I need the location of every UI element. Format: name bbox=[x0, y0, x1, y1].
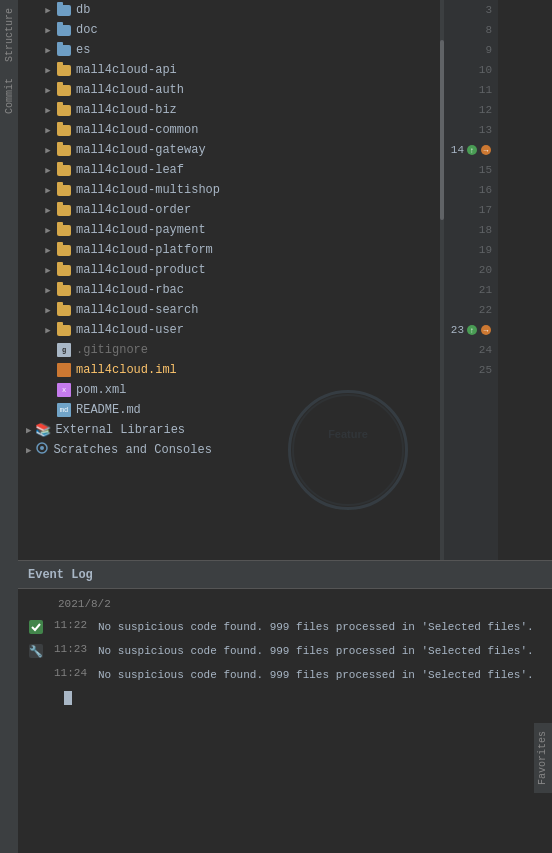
item-label: External Libraries bbox=[55, 423, 185, 437]
chevron-right-icon: ▶ bbox=[42, 24, 54, 36]
list-item[interactable]: md README.md bbox=[18, 400, 444, 420]
item-label: pom.xml bbox=[76, 383, 126, 397]
item-label: mall4cloud-search bbox=[76, 303, 198, 317]
event-log-title: Event Log bbox=[28, 568, 93, 582]
scrollbar-thumb[interactable] bbox=[440, 40, 444, 220]
item-label: mall4cloud-gateway bbox=[76, 143, 206, 157]
list-item[interactable]: ▶ mall4cloud-search bbox=[18, 300, 444, 320]
scrollbar[interactable] bbox=[440, 0, 444, 560]
empty-icon bbox=[26, 665, 46, 685]
list-item[interactable]: ▶ mall4cloud-leaf bbox=[18, 160, 444, 180]
cursor-line bbox=[18, 687, 552, 709]
wrench-icon: 🔧 bbox=[26, 641, 46, 661]
event-entry: 11:24 No suspicious code found. 999 file… bbox=[18, 663, 552, 687]
folder-icon bbox=[56, 22, 72, 38]
list-item[interactable]: ▶ mall4cloud-order bbox=[18, 200, 444, 220]
list-item[interactable]: ▶ mall4cloud-rbac bbox=[18, 280, 444, 300]
gitignore-file-icon: g bbox=[56, 342, 72, 358]
line-number: 13 bbox=[444, 120, 492, 140]
event-date-value: 2021/8/2 bbox=[58, 598, 111, 610]
event-time: 11:24 bbox=[54, 665, 92, 679]
folder-icon bbox=[56, 222, 72, 238]
line-number: 24 bbox=[444, 340, 492, 360]
list-item[interactable]: ▶ mall4cloud-payment bbox=[18, 220, 444, 240]
chevron-right-icon: ▶ bbox=[42, 84, 54, 96]
folder-icon bbox=[56, 162, 72, 178]
item-label: mall4cloud-order bbox=[76, 203, 191, 217]
list-item[interactable]: ▶ mall4cloud-platform bbox=[18, 240, 444, 260]
list-item[interactable]: mall4cloud.iml bbox=[18, 360, 444, 380]
item-label: mall4cloud-payment bbox=[76, 223, 206, 237]
svg-text:→: → bbox=[484, 146, 489, 155]
item-label: .gitignore bbox=[76, 343, 148, 357]
left-sidebar: Structure Commit bbox=[0, 0, 18, 853]
line-number: 3 bbox=[444, 0, 492, 20]
line-number: 23 ↑ → bbox=[444, 320, 492, 340]
structure-tab[interactable]: Structure bbox=[2, 0, 17, 70]
line-number: 9 bbox=[444, 40, 492, 60]
library-icon: 📚 bbox=[35, 422, 51, 438]
chevron-right-icon: ▶ bbox=[42, 284, 54, 296]
chevron-right-icon: ▶ bbox=[42, 164, 54, 176]
line-number: 16 bbox=[444, 180, 492, 200]
folder-icon bbox=[56, 2, 72, 18]
list-item[interactable]: g .gitignore bbox=[18, 340, 444, 360]
spacer-icon bbox=[42, 404, 54, 416]
event-message: No suspicious code found. 999 files proc… bbox=[98, 641, 534, 659]
line-number: 15 bbox=[444, 160, 492, 180]
list-item[interactable]: ▶ mall4cloud-user bbox=[18, 320, 444, 340]
line-number: 14 ↑ → bbox=[444, 140, 492, 160]
line-number: 25 bbox=[444, 360, 492, 380]
event-message: No suspicious code found. 999 files proc… bbox=[98, 617, 534, 635]
event-entry: 🔧 11:23 No suspicious code found. 999 fi… bbox=[18, 639, 552, 663]
line-number: 17 bbox=[444, 200, 492, 220]
event-log-content: 2021/8/2 11:22 No suspicious code found.… bbox=[18, 589, 552, 713]
item-label: db bbox=[76, 3, 90, 17]
folder-icon bbox=[56, 42, 72, 58]
check-icon bbox=[26, 617, 46, 637]
xml-file-icon: x bbox=[56, 382, 72, 398]
commit-tab[interactable]: Commit bbox=[2, 70, 17, 122]
list-item[interactable]: ▶ mall4cloud-common bbox=[18, 120, 444, 140]
folder-icon bbox=[56, 202, 72, 218]
svg-point-1 bbox=[40, 446, 44, 450]
folder-icon bbox=[56, 242, 72, 258]
list-item[interactable]: ▶ mall4cloud-api bbox=[18, 60, 444, 80]
external-libraries-item[interactable]: ▶ 📚 External Libraries bbox=[18, 420, 444, 440]
item-label: mall4cloud-rbac bbox=[76, 283, 184, 297]
folder-icon bbox=[56, 122, 72, 138]
list-item[interactable]: ▶ doc bbox=[18, 20, 444, 40]
event-time: 11:23 bbox=[54, 641, 92, 655]
item-label: mall4cloud-platform bbox=[76, 243, 213, 257]
item-label: mall4cloud-api bbox=[76, 63, 177, 77]
item-label: mall4cloud-auth bbox=[76, 83, 184, 97]
list-item[interactable]: ▶ db bbox=[18, 0, 444, 20]
chevron-right-icon: ▶ bbox=[42, 104, 54, 116]
list-item[interactable]: ▶ es bbox=[18, 40, 444, 60]
spacer-icon bbox=[42, 364, 54, 376]
favorites-label: Favorites bbox=[537, 731, 548, 785]
folder-icon bbox=[56, 142, 72, 158]
scratches-icon bbox=[35, 441, 49, 459]
list-item[interactable]: ▶ mall4cloud-product bbox=[18, 260, 444, 280]
item-label: README.md bbox=[76, 403, 141, 417]
list-item[interactable]: ▶ mall4cloud-multishop bbox=[18, 180, 444, 200]
favorites-tab[interactable]: Favorites bbox=[534, 723, 552, 793]
chevron-right-icon: ▶ bbox=[42, 64, 54, 76]
line-number: 10 bbox=[444, 60, 492, 80]
chevron-right-icon: ▶ bbox=[42, 224, 54, 236]
event-entry: 11:22 No suspicious code found. 999 file… bbox=[18, 615, 552, 639]
event-date: 2021/8/2 bbox=[18, 593, 552, 615]
list-item[interactable]: x pom.xml bbox=[18, 380, 444, 400]
line-number: 8 bbox=[444, 20, 492, 40]
line-number: 22 bbox=[444, 300, 492, 320]
list-item[interactable]: ▶ mall4cloud-biz bbox=[18, 100, 444, 120]
chevron-right-icon: ▶ bbox=[42, 44, 54, 56]
chevron-right-icon: ▶ bbox=[42, 144, 54, 156]
favorites-tab-container[interactable]: Favorites bbox=[534, 723, 552, 793]
list-item[interactable]: ▶ mall4cloud-auth bbox=[18, 80, 444, 100]
svg-text:🔧: 🔧 bbox=[29, 644, 43, 658]
scratches-and-consoles-item[interactable]: ▶ Scratches and Consoles bbox=[18, 440, 444, 460]
list-item[interactable]: ▶ mall4cloud-gateway bbox=[18, 140, 444, 160]
folder-icon bbox=[56, 182, 72, 198]
